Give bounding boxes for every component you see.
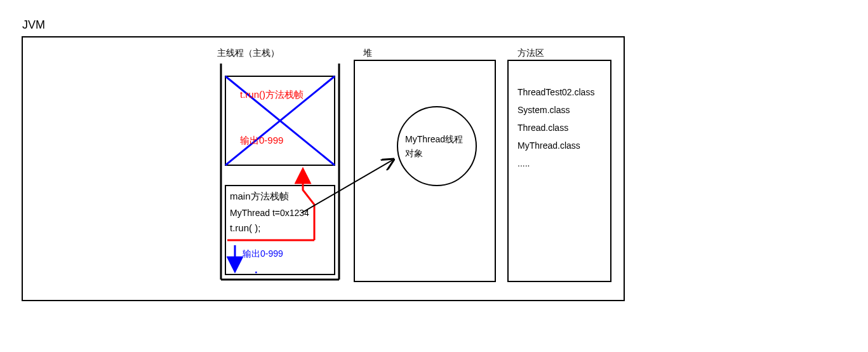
diagram-title: JVM: [22, 18, 45, 31]
jvm-diagram: JVM 主线程（主栈） t.run()方法栈帧 输出0-999 main方法栈帧…: [0, 0, 868, 352]
main-frame-output: 输出0-999: [243, 248, 283, 259]
stack-label: 主线程（主栈）: [217, 48, 279, 58]
ref-arrow: [302, 160, 392, 213]
main-frame-line1: MyThread t=0x1234: [230, 208, 309, 218]
method-item-0: ThreadTest02.class: [517, 87, 594, 97]
heap-label: 堆: [363, 48, 372, 58]
heap-object-l1: MyThread线程: [405, 134, 463, 144]
method-item-3: MyThread.class: [517, 140, 580, 151]
svg-text:.: .: [254, 259, 258, 276]
method-item-2: Thread.class: [517, 123, 568, 133]
heap-box: [354, 60, 495, 281]
red-arrow-up: [303, 170, 314, 240]
method-item-4: .....: [517, 158, 530, 168]
main-frame-line2: t.run( );: [230, 222, 260, 233]
heap-object-circle: [397, 107, 476, 186]
heap-object-l2: 对象: [405, 148, 423, 158]
main-frame-title: main方法栈帧: [230, 191, 289, 201]
method-area-label: 方法区: [517, 48, 544, 58]
method-item-1: System.class: [517, 105, 570, 115]
top-frame-output: 输出0-999: [240, 135, 283, 146]
top-frame-title: t.run()方法栈帧: [240, 89, 304, 100]
